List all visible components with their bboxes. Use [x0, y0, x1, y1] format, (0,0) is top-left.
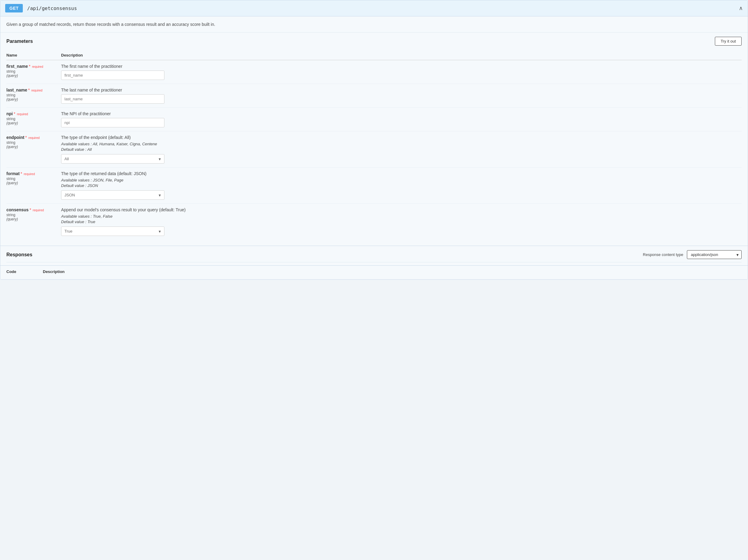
- api-path: /api/getconsensus: [27, 5, 77, 11]
- param-location: (query): [6, 145, 58, 149]
- param-required-label: required: [17, 113, 28, 116]
- param-available-values: Available values : True, False: [61, 214, 739, 218]
- response-content-label: Response content type: [643, 252, 683, 257]
- param-desc-cell: Append our model's consensus result to y…: [61, 204, 742, 240]
- param-required-star: *: [21, 171, 22, 176]
- param-type: string: [6, 213, 58, 217]
- param-description: The type of the endpoint (default: All): [61, 135, 739, 140]
- param-location: (query): [6, 217, 58, 221]
- param-description: The type of the returned data (default: …: [61, 171, 739, 176]
- param-required-star: *: [29, 64, 30, 69]
- param-required-label: required: [32, 65, 43, 68]
- param-required-star: *: [28, 88, 29, 92]
- parameters-title: Parameters: [6, 39, 33, 44]
- param-location: (query): [6, 74, 58, 78]
- param-name: npi: [6, 111, 13, 116]
- table-row: endpoint *requiredstring(query)The type …: [6, 131, 742, 167]
- collapse-icon[interactable]: ∧: [739, 5, 743, 11]
- param-select-format[interactable]: JSONFilePage: [61, 190, 164, 200]
- api-container: GET /api/getconsensus ∧ Given a group of…: [0, 0, 748, 280]
- param-desc-cell: The NPI of the practitioner: [61, 108, 742, 131]
- param-available-values: Available values : All, Humana, Kaiser, …: [61, 142, 739, 146]
- param-description: The NPI of the practitioner: [61, 111, 739, 116]
- table-row: consensus *requiredstring(query)Append o…: [6, 204, 742, 240]
- col-header-name: Name: [6, 50, 61, 60]
- parameters-header: Parameters Try it out: [6, 32, 742, 49]
- param-desc-cell: The type of the endpoint (default: All)A…: [61, 131, 742, 167]
- param-name: consensus: [6, 207, 28, 212]
- table-row: format *requiredstring(query)The type of…: [6, 167, 742, 204]
- param-location: (query): [6, 181, 58, 185]
- param-select-wrapper-consensus: TrueFalse: [61, 227, 164, 236]
- params-table: Name Description first_name *requiredstr…: [6, 50, 742, 239]
- param-location: (query): [6, 97, 58, 101]
- api-description: Given a group of matched records, return…: [0, 17, 748, 32]
- param-select-consensus[interactable]: TrueFalse: [61, 227, 164, 236]
- param-required-label: required: [31, 89, 43, 92]
- param-default-value: Default value : JSON: [61, 183, 739, 188]
- param-desc-cell: The type of the returned data (default: …: [61, 167, 742, 204]
- param-type: string: [6, 69, 58, 74]
- response-content-select-wrapper: application/json: [687, 250, 742, 259]
- param-default-value: Default value : All: [61, 147, 739, 152]
- param-name-cell: npi *requiredstring(query): [6, 108, 61, 131]
- response-content-type-wrapper: Response content type application/json: [643, 250, 742, 259]
- param-name-cell: last_name *requiredstring(query): [6, 84, 61, 108]
- method-badge: GET: [5, 4, 23, 13]
- desc-col-header: Description: [43, 270, 65, 274]
- param-type: string: [6, 177, 58, 181]
- param-location: (query): [6, 121, 58, 125]
- param-desc-cell: The first name of the practitioner: [61, 60, 742, 84]
- responses-title: Responses: [6, 252, 32, 257]
- code-col-header: Code: [6, 270, 43, 274]
- param-input-first_name[interactable]: [61, 71, 164, 80]
- param-input-last_name[interactable]: [61, 94, 164, 104]
- param-name-cell: format *requiredstring(query): [6, 167, 61, 204]
- param-name: last_name: [6, 88, 27, 92]
- param-input-npi[interactable]: [61, 118, 164, 127]
- param-required-star: *: [14, 111, 15, 116]
- param-type: string: [6, 117, 58, 121]
- param-name-cell: endpoint *requiredstring(query): [6, 131, 61, 167]
- try-it-out-button[interactable]: Try it out: [715, 37, 742, 46]
- api-header-left: GET /api/getconsensus: [5, 4, 77, 13]
- param-description: The last name of the practitioner: [61, 88, 739, 92]
- table-row: last_name *requiredstring(query)The last…: [6, 84, 742, 108]
- param-description: The first name of the practitioner: [61, 64, 739, 69]
- param-description: Append our model's consensus result to y…: [61, 207, 739, 212]
- response-content-type-select[interactable]: application/json: [687, 250, 742, 259]
- param-desc-cell: The last name of the practitioner: [61, 84, 742, 108]
- parameters-section: Parameters Try it out Name Description f…: [0, 32, 748, 246]
- param-required-label: required: [33, 209, 44, 212]
- param-name: first_name: [6, 64, 28, 69]
- param-select-wrapper-endpoint: AllHumanaKaiserCignaCentene: [61, 154, 164, 164]
- param-type: string: [6, 140, 58, 145]
- param-name-cell: consensus *requiredstring(query): [6, 204, 61, 240]
- responses-header: Responses Response content type applicat…: [6, 246, 742, 262]
- param-name-cell: first_name *requiredstring(query): [6, 60, 61, 84]
- param-available-values: Available values : JSON, File, Page: [61, 178, 739, 182]
- table-row: first_name *requiredstring(query)The fir…: [6, 60, 742, 84]
- param-required-label: required: [28, 136, 40, 140]
- param-name: format: [6, 171, 20, 176]
- table-row: npi *requiredstring(query)The NPI of the…: [6, 108, 742, 131]
- param-select-wrapper-format: JSONFilePage: [61, 190, 164, 200]
- api-description-text: Given a group of matched records, return…: [6, 22, 215, 27]
- param-select-endpoint[interactable]: AllHumanaKaiserCignaCentene: [61, 154, 164, 164]
- col-header-description: Description: [61, 50, 742, 60]
- code-desc-header: Code Description: [6, 266, 742, 276]
- code-desc-section: Code Description: [0, 266, 748, 279]
- param-default-value: Default value : True: [61, 219, 739, 224]
- api-header: GET /api/getconsensus ∧: [0, 0, 748, 17]
- param-name: endpoint: [6, 135, 24, 140]
- responses-section: Responses Response content type applicat…: [0, 246, 748, 266]
- param-type: string: [6, 93, 58, 97]
- param-required-label: required: [24, 172, 35, 176]
- param-required-star: *: [25, 135, 27, 140]
- param-required-star: *: [29, 207, 31, 212]
